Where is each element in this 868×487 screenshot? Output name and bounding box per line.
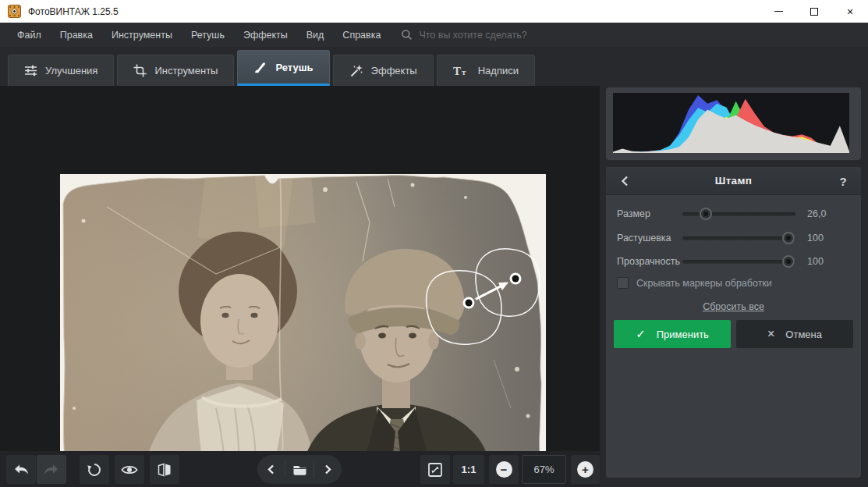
fit-screen-icon [427, 462, 443, 478]
minimize-icon [774, 11, 783, 12]
stamp-source-dot[interactable] [463, 297, 475, 309]
tab-retouch[interactable]: Ретушь [237, 50, 329, 86]
slider-label: Размер [617, 208, 682, 219]
next-photo-button[interactable] [314, 455, 342, 484]
slider-label: Растушевка [617, 233, 682, 244]
minimize-button[interactable] [760, 0, 796, 23]
zoom-level[interactable]: 67% [522, 455, 566, 484]
search-box[interactable]: Что вы хотите сделать? [401, 29, 526, 41]
opacity-slider-row: Прозрачность 100 [617, 254, 851, 269]
redo-button[interactable] [37, 455, 66, 484]
chevron-left-icon [621, 176, 629, 187]
minus-icon: − [496, 461, 512, 478]
hide-markers-row: Скрывать маркеры обработки [617, 277, 772, 289]
histogram-chart [613, 93, 849, 153]
menubar: Файл Правка Инструменты Ретушь Эффекты В… [0, 23, 868, 47]
fit-to-screen-button[interactable] [420, 455, 450, 484]
menu-item-edit[interactable]: Правка [51, 23, 102, 47]
hide-markers-checkbox[interactable] [617, 277, 629, 289]
panel-back-button[interactable] [612, 167, 637, 195]
tab-effects[interactable]: Эффекты [333, 55, 434, 86]
opacity-slider[interactable] [682, 260, 795, 264]
cancel-label: Отмена [785, 329, 822, 340]
tool-tabbar: Улучшения Инструменты Ретушь [0, 47, 868, 86]
undo-icon [12, 463, 30, 477]
prev-photo-button[interactable] [257, 455, 285, 484]
svg-text:T: T [453, 65, 461, 77]
preview-original-button[interactable] [115, 455, 144, 484]
tab-label: Эффекты [371, 65, 417, 76]
before-after-button[interactable] [150, 455, 179, 484]
x-icon: × [767, 327, 774, 341]
chevron-left-icon [267, 464, 275, 475]
menu-item-file[interactable]: Файл [8, 23, 51, 47]
reset-view-button[interactable] [80, 455, 109, 484]
feather-slider-row: Растушевка 100 [617, 230, 851, 246]
photo-navigator [257, 455, 342, 484]
rotate-ccw-icon [87, 462, 102, 478]
tab-label: Улучшения [45, 65, 97, 76]
tab-captions[interactable]: T т Надписи [437, 55, 535, 86]
chevron-right-icon [324, 464, 331, 475]
slider-handle[interactable] [700, 208, 712, 220]
tab-label: Инструменты [154, 65, 218, 76]
undo-button[interactable] [6, 455, 36, 484]
tab-label: Ретушь [275, 62, 313, 73]
maximize-button[interactable] [796, 0, 832, 23]
size-slider[interactable] [682, 212, 795, 216]
slider-handle[interactable] [782, 232, 795, 244]
maximize-icon [810, 8, 818, 16]
sliders-icon [24, 64, 37, 77]
zoom-level-value: 67% [533, 464, 554, 475]
svg-text:т: т [462, 67, 466, 76]
stamp-panel-header: Штамп ? [606, 167, 861, 195]
photo-canvas[interactable] [60, 174, 546, 487]
slider-value: 100 [807, 256, 824, 267]
canvas-area [0, 86, 600, 451]
window-title: ФотоВИНТАЖ 1.25.5 [28, 6, 119, 17]
app-window: ФотоВИНТАЖ 1.25.5 × Файл Правка Инструме… [0, 0, 868, 487]
apply-button[interactable]: ✓ Применить [614, 320, 731, 348]
tab-tools[interactable]: Инструменты [117, 55, 234, 86]
panel-title: Штамп [606, 175, 861, 187]
menu-item-effects[interactable]: Эффекты [234, 23, 297, 47]
close-icon: × [847, 6, 853, 17]
titlebar: ФотоВИНТАЖ 1.25.5 × [0, 0, 868, 23]
cancel-button[interactable]: × Отмена [736, 320, 853, 348]
reset-all-link[interactable]: Сбросить все [606, 301, 861, 312]
text-icon: T т [453, 65, 470, 77]
bottom-toolbar: 1:1 − 67% + [0, 451, 600, 487]
tape-mark [254, 174, 315, 228]
brush-icon [253, 60, 267, 74]
stamp-panel: Штамп ? Размер 26,0 Растушевка 100 Прозр… [606, 167, 861, 478]
app-logo-icon [8, 5, 21, 18]
search-placeholder: Что вы хотите сделать? [419, 30, 526, 41]
zoom-in-button[interactable]: + [571, 455, 600, 484]
open-folder-button[interactable] [285, 455, 313, 484]
check-icon: ✓ [636, 327, 646, 341]
plus-icon: + [577, 461, 593, 478]
size-slider-row: Размер 26,0 [617, 206, 851, 222]
folder-icon [292, 464, 307, 476]
zoom-out-button[interactable]: − [489, 455, 519, 484]
slider-handle[interactable] [782, 255, 795, 268]
actual-size-label: 1:1 [462, 464, 477, 475]
menu-item-help[interactable]: Справка [333, 23, 390, 47]
panel-help-button[interactable]: ? [831, 167, 855, 195]
menu-item-tools[interactable]: Инструменты [102, 23, 182, 47]
close-button[interactable]: × [832, 0, 868, 23]
apply-label: Применить [657, 329, 709, 340]
eye-icon [121, 464, 138, 476]
stamp-target-dot[interactable] [510, 273, 522, 285]
feather-slider[interactable] [682, 236, 795, 240]
tab-improvements[interactable]: Улучшения [8, 55, 114, 86]
redo-icon [43, 463, 60, 477]
before-after-icon [157, 462, 172, 478]
search-icon [401, 29, 413, 41]
magic-wand-icon [349, 64, 363, 78]
menu-item-view[interactable]: Вид [297, 23, 334, 47]
menu-item-retouch[interactable]: Ретушь [182, 23, 234, 47]
crop-icon [133, 64, 147, 77]
hide-markers-label: Скрывать маркеры обработки [636, 278, 772, 289]
actual-size-button[interactable]: 1:1 [453, 455, 484, 484]
